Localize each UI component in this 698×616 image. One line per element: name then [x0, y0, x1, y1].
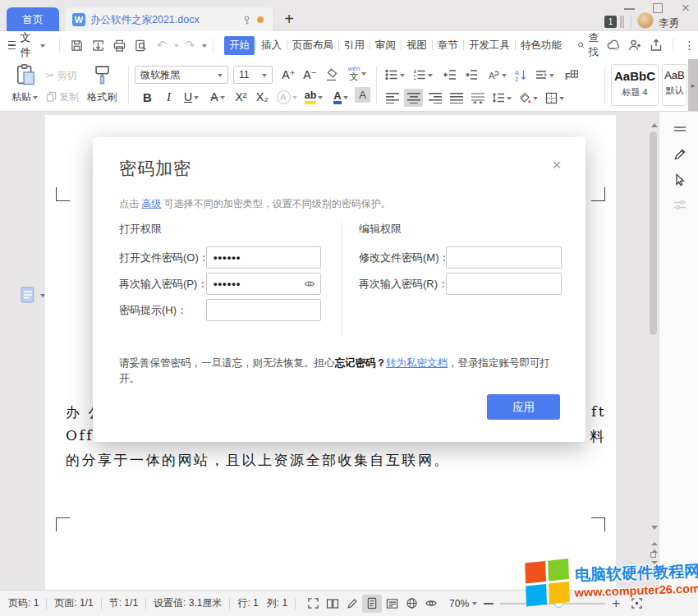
menu-tab-insert[interactable]: 插入 — [257, 36, 286, 55]
menu-tab-home[interactable]: 开始 — [224, 36, 255, 55]
nav-pane-button[interactable] — [20, 286, 45, 304]
menu-tab-review[interactable]: 审阅 — [371, 36, 400, 55]
show-password-icon[interactable] — [304, 278, 315, 289]
save-icon[interactable] — [67, 36, 85, 54]
increase-indent-icon[interactable] — [462, 66, 480, 84]
align-center-button[interactable] — [404, 89, 423, 107]
maximize-icon[interactable] — [653, 3, 663, 13]
style-card-default[interactable]: AaB 默认 — [662, 64, 687, 106]
distribute-button[interactable] — [468, 89, 487, 107]
fullscreen-icon[interactable] — [303, 595, 323, 613]
panel-lines-icon[interactable] — [673, 122, 687, 136]
style-card-heading4[interactable]: AaBbC 标题 4 — [611, 64, 659, 106]
undo-icon[interactable]: ↶ — [153, 36, 171, 54]
font-color-button[interactable]: A — [328, 88, 353, 106]
web-view-icon[interactable] — [402, 595, 421, 613]
char-shading-button[interactable]: A — [355, 87, 370, 103]
export-icon[interactable] — [89, 36, 107, 54]
scrollbar-thumb[interactable] — [650, 131, 657, 335]
vertical-scrollbar[interactable] — [649, 112, 659, 590]
subscript-button[interactable]: X₂ — [253, 88, 272, 106]
chevron-down-icon — [549, 74, 554, 80]
justify-button[interactable] — [447, 89, 466, 107]
zoom-level[interactable]: 70% — [449, 598, 469, 609]
page-view-icon[interactable] — [362, 595, 382, 613]
border-button[interactable] — [542, 89, 567, 107]
modify-password-input[interactable] — [446, 246, 562, 269]
scroll-down-icon[interactable] — [651, 526, 658, 533]
edit-pen-icon[interactable] — [673, 146, 687, 161]
book-view-icon[interactable] — [323, 595, 342, 613]
tab-home[interactable]: 首页 — [7, 7, 59, 32]
align-left-button[interactable] — [383, 89, 402, 107]
menu-tab-dev-tools[interactable]: 开发工具 — [465, 36, 514, 55]
style-gallery-expand-icon[interactable]: ▸ — [688, 59, 698, 111]
italic-button[interactable]: I — [159, 88, 178, 106]
decrease-indent-icon[interactable] — [440, 66, 459, 84]
advanced-link[interactable]: 高级 — [141, 198, 161, 209]
sort-icon[interactable]: AZ — [511, 66, 530, 84]
chevron-down-icon — [218, 74, 223, 80]
write-mode-icon[interactable] — [342, 595, 362, 613]
print-preview-icon[interactable] — [131, 36, 149, 54]
format-painter-button[interactable]: 格式刷 — [84, 90, 120, 104]
line-spacing-button[interactable] — [489, 89, 514, 107]
close-dialog-icon[interactable]: × — [549, 159, 564, 173]
clear-format-icon[interactable] — [322, 66, 341, 84]
menu-tab-references[interactable]: 引用 — [340, 36, 369, 55]
tab-document[interactable]: W 办公软件之家2021.docx — [66, 7, 274, 32]
file-menu-button[interactable]: 文件 — [8, 30, 45, 60]
scissors-icon: ✂ — [46, 70, 54, 81]
close-window-icon[interactable]: × — [680, 2, 691, 14]
outline-view-icon[interactable] — [382, 595, 402, 613]
share-icon[interactable] — [647, 36, 665, 54]
scroll-up-icon[interactable] — [651, 120, 658, 127]
strikethrough-button[interactable]: A — [205, 88, 230, 106]
apply-button[interactable]: 应用 — [487, 394, 560, 420]
add-user-icon[interactable] — [626, 36, 644, 54]
font-size-select[interactable]: 11 — [233, 66, 273, 84]
redo-icon[interactable]: ↷ — [181, 36, 199, 54]
text-tool-grid-icon[interactable]: F — [562, 66, 581, 84]
superscript-button[interactable]: X² — [232, 88, 250, 106]
private-doc-link[interactable]: 转为私密文档 — [386, 357, 448, 369]
new-tab-button[interactable]: + — [279, 9, 299, 29]
bold-button[interactable]: B — [138, 88, 157, 106]
bullet-list-button[interactable] — [383, 66, 407, 84]
underline-button[interactable]: U — [179, 88, 204, 106]
paragraph-layout-button[interactable] — [532, 66, 557, 84]
zoom-out-button[interactable] — [484, 603, 494, 605]
increase-font-button[interactable]: A⁺ — [279, 66, 298, 84]
decrease-font-button[interactable]: A⁻ — [301, 66, 319, 84]
more-options-icon[interactable]: ⋮ — [681, 36, 698, 54]
user-name[interactable]: 李勇 — [659, 16, 679, 30]
font-name-select[interactable]: 微软雅黑 — [135, 66, 228, 84]
menu-divider — [59, 39, 60, 52]
open-password-input[interactable] — [206, 246, 321, 269]
numbered-list-button[interactable] — [411, 66, 435, 84]
align-right-button[interactable] — [425, 89, 444, 107]
select-cursor-icon[interactable] — [673, 172, 687, 187]
pinyin-guide-button[interactable]: wén 文 — [345, 64, 370, 82]
menu-tab-special-features[interactable]: 特色功能 — [517, 36, 566, 55]
menu-tab-page-layout[interactable]: 页面布局 — [288, 36, 338, 55]
text-direction-button[interactable]: A — [484, 66, 509, 84]
user-avatar[interactable] — [637, 12, 654, 29]
password-hint-input[interactable] — [206, 299, 321, 321]
chevron-down-icon[interactable] — [472, 602, 477, 608]
quick-access-chevron-icon[interactable] — [202, 44, 207, 50]
menu-tab-sections[interactable]: 章节 — [434, 36, 462, 55]
find-button[interactable]: 查找 — [577, 31, 603, 59]
cloud-sync-icon[interactable] — [604, 36, 622, 54]
menu-tab-view[interactable]: 视图 — [402, 36, 431, 55]
eye-protect-icon[interactable] — [421, 595, 441, 613]
minimize-icon[interactable] — [624, 8, 635, 10]
paste-icon[interactable] — [15, 63, 37, 86]
shading-button[interactable] — [516, 89, 540, 107]
confirm-modify-password-input[interactable] — [446, 273, 562, 295]
print-icon[interactable] — [110, 36, 128, 54]
message-count-badge[interactable]: 1 — [604, 16, 617, 28]
highlight-color-button[interactable]: ab — [301, 88, 327, 106]
format-painter-icon[interactable] — [92, 64, 113, 85]
paste-button[interactable]: 粘贴 — [5, 90, 44, 104]
